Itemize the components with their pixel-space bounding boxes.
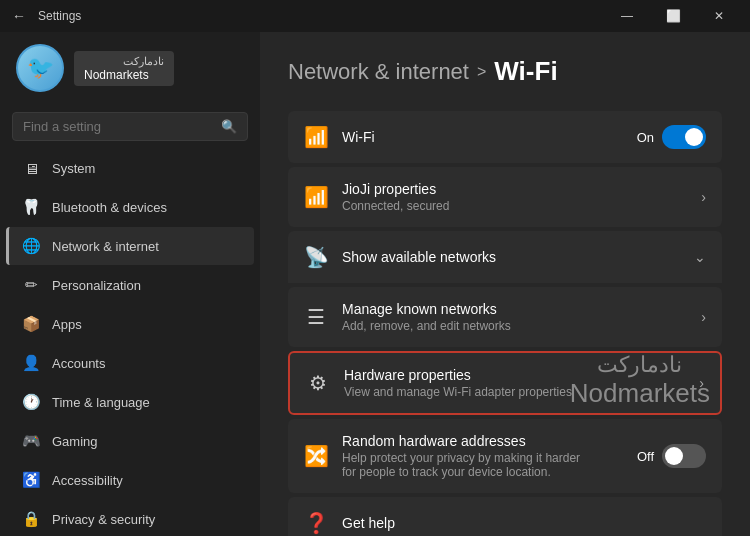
setting-row-right-hardware-props: › bbox=[699, 375, 704, 391]
setting-row-jioji[interactable]: 📶 JioJi properties Connected, secured › bbox=[288, 167, 722, 227]
titlebar: ← Settings — ⬜ ✕ bbox=[0, 0, 750, 32]
search-input[interactable] bbox=[23, 119, 213, 134]
setting-row-right-jioji: › bbox=[701, 189, 706, 205]
setting-icon-get-help: ❓ bbox=[304, 511, 328, 535]
avatar-bird-icon: 🐦 bbox=[18, 46, 62, 90]
setting-row-get-help[interactable]: ❓ Get help bbox=[288, 497, 722, 536]
back-icon[interactable]: ← bbox=[8, 4, 30, 28]
search-container: 🔍 bbox=[0, 108, 260, 149]
setting-row-left-wifi: 📶 Wi-Fi bbox=[304, 125, 375, 149]
sidebar-item-label-time: Time & language bbox=[52, 395, 150, 410]
setting-text-wifi: Wi-Fi bbox=[342, 129, 375, 145]
gaming-icon: 🎮 bbox=[22, 432, 40, 450]
search-box[interactable]: 🔍 bbox=[12, 112, 248, 141]
setting-icon-jioji: 📶 bbox=[304, 185, 328, 209]
toggle-label-wifi: On bbox=[637, 130, 654, 145]
setting-row-left-get-help: ❓ Get help bbox=[304, 511, 395, 535]
sidebar-item-accessibility[interactable]: ♿ Accessibility bbox=[6, 461, 254, 499]
setting-row-hardware-props[interactable]: ⚙ Hardware properties View and manage Wi… bbox=[288, 351, 722, 415]
setting-sublabel-hardware-props: View and manage Wi-Fi adapter properties bbox=[344, 385, 572, 399]
setting-row-random-hw[interactable]: 🔀 Random hardware addresses Help protect… bbox=[288, 419, 722, 493]
maximize-button[interactable]: ⬜ bbox=[650, 0, 696, 32]
setting-row-left-jioji: 📶 JioJi properties Connected, secured bbox=[304, 181, 449, 213]
sidebar-item-accounts[interactable]: 👤 Accounts bbox=[6, 344, 254, 382]
toggle-label-random-hw: Off bbox=[637, 449, 654, 464]
chevron-icon-jioji: › bbox=[701, 189, 706, 205]
sidebar-item-apps[interactable]: 📦 Apps bbox=[6, 305, 254, 343]
titlebar-controls: — ⬜ ✕ bbox=[604, 0, 742, 32]
setting-sublabel-random-hw: Help protect your privacy by making it h… bbox=[342, 451, 580, 479]
setting-text-show-networks: Show available networks bbox=[342, 249, 496, 265]
sidebar-item-personalization[interactable]: ✏ Personalization bbox=[6, 266, 254, 304]
setting-row-manage-networks[interactable]: ☰ Manage known networks Add, remove, and… bbox=[288, 287, 722, 347]
sidebar-item-label-network: Network & internet bbox=[52, 239, 159, 254]
toggle-wifi[interactable]: On bbox=[637, 125, 706, 149]
setting-text-hardware-props: Hardware properties View and manage Wi-F… bbox=[344, 367, 572, 399]
setting-row-show-networks[interactable]: 📡 Show available networks ⌄ bbox=[288, 231, 722, 283]
toggle-random-hw[interactable]: Off bbox=[637, 444, 706, 468]
sidebar-item-label-accessibility: Accessibility bbox=[52, 473, 123, 488]
setting-text-jioji: JioJi properties Connected, secured bbox=[342, 181, 449, 213]
breadcrumb: Network & internet > Wi-Fi bbox=[288, 56, 722, 87]
toggle-track-wifi[interactable] bbox=[662, 125, 706, 149]
setting-label-hardware-props: Hardware properties bbox=[344, 367, 572, 383]
sidebar-item-label-personalization: Personalization bbox=[52, 278, 141, 293]
expand-icon-show-networks: ⌄ bbox=[694, 249, 706, 265]
avatar: 🐦 bbox=[16, 44, 64, 92]
setting-label-get-help: Get help bbox=[342, 515, 395, 531]
setting-icon-random-hw: 🔀 bbox=[304, 444, 328, 468]
setting-text-get-help: Get help bbox=[342, 515, 395, 531]
setting-label-show-networks: Show available networks bbox=[342, 249, 496, 265]
accessibility-icon: ♿ bbox=[22, 471, 40, 489]
setting-sublabel-manage-networks: Add, remove, and edit networks bbox=[342, 319, 511, 333]
sidebar-item-system[interactable]: 🖥 System bbox=[6, 150, 254, 187]
breadcrumb-current: Wi-Fi bbox=[494, 56, 557, 87]
user-name-arabic: نادمارکت bbox=[84, 55, 164, 68]
sidebar-item-privacy[interactable]: 🔒 Privacy & security bbox=[6, 500, 254, 536]
sidebar-item-gaming[interactable]: 🎮 Gaming bbox=[6, 422, 254, 460]
sidebar-item-bluetooth[interactable]: 🦷 Bluetooth & devices bbox=[6, 188, 254, 226]
setting-row-left-random-hw: 🔀 Random hardware addresses Help protect… bbox=[304, 433, 580, 479]
setting-row-right-manage-networks: › bbox=[701, 309, 706, 325]
search-icon: 🔍 bbox=[221, 119, 237, 134]
sidebar-item-network[interactable]: 🌐 Network & internet bbox=[6, 227, 254, 265]
accounts-icon: 👤 bbox=[22, 354, 40, 372]
setting-label-wifi: Wi-Fi bbox=[342, 129, 375, 145]
setting-label-jioji: JioJi properties bbox=[342, 181, 449, 197]
apps-icon: 📦 bbox=[22, 315, 40, 333]
network-icon: 🌐 bbox=[22, 237, 40, 255]
setting-row-left-manage-networks: ☰ Manage known networks Add, remove, and… bbox=[304, 301, 511, 333]
titlebar-left: ← Settings bbox=[8, 4, 81, 28]
sidebar-item-time[interactable]: 🕐 Time & language bbox=[6, 383, 254, 421]
chevron-icon-hardware-props: › bbox=[699, 375, 704, 391]
setting-row-left-show-networks: 📡 Show available networks bbox=[304, 245, 496, 269]
setting-label-random-hw: Random hardware addresses bbox=[342, 433, 580, 449]
close-button[interactable]: ✕ bbox=[696, 0, 742, 32]
sidebar-item-label-bluetooth: Bluetooth & devices bbox=[52, 200, 167, 215]
toggle-track-random-hw[interactable] bbox=[662, 444, 706, 468]
bluetooth-icon: 🦷 bbox=[22, 198, 40, 216]
setting-row-left-hardware-props: ⚙ Hardware properties View and manage Wi… bbox=[306, 367, 572, 399]
setting-row-right-wifi: On bbox=[637, 125, 706, 149]
chevron-icon-manage-networks: › bbox=[701, 309, 706, 325]
setting-icon-manage-networks: ☰ bbox=[304, 305, 328, 329]
sidebar-item-label-accounts: Accounts bbox=[52, 356, 105, 371]
toggle-thumb-random-hw bbox=[665, 447, 683, 465]
setting-icon-hardware-props: ⚙ bbox=[306, 371, 330, 395]
time-icon: 🕐 bbox=[22, 393, 40, 411]
app-body: 🐦 نادمارکت Nodmarkets 🔍 🖥 System 🦷 Bluet… bbox=[0, 32, 750, 536]
setting-row-right-random-hw: Off bbox=[637, 444, 706, 468]
breadcrumb-parent: Network & internet bbox=[288, 59, 469, 85]
setting-row-wifi[interactable]: 📶 Wi-Fi On bbox=[288, 111, 722, 163]
settings-list: 📶 Wi-Fi On 📶 JioJi properties Connected,… bbox=[288, 111, 722, 536]
minimize-button[interactable]: — bbox=[604, 0, 650, 32]
sidebar-item-label-apps: Apps bbox=[52, 317, 82, 332]
user-name-english: Nodmarkets bbox=[84, 68, 164, 82]
system-icon: 🖥 bbox=[22, 160, 40, 177]
sidebar: 🐦 نادمارکت Nodmarkets 🔍 🖥 System 🦷 Bluet… bbox=[0, 32, 260, 536]
user-info: نادمارکت Nodmarkets bbox=[74, 51, 174, 86]
sidebar-item-label-privacy: Privacy & security bbox=[52, 512, 155, 527]
sidebar-item-label-system: System bbox=[52, 161, 95, 176]
nav-list: 🖥 System 🦷 Bluetooth & devices 🌐 Network… bbox=[0, 149, 260, 536]
setting-sublabel-jioji: Connected, secured bbox=[342, 199, 449, 213]
